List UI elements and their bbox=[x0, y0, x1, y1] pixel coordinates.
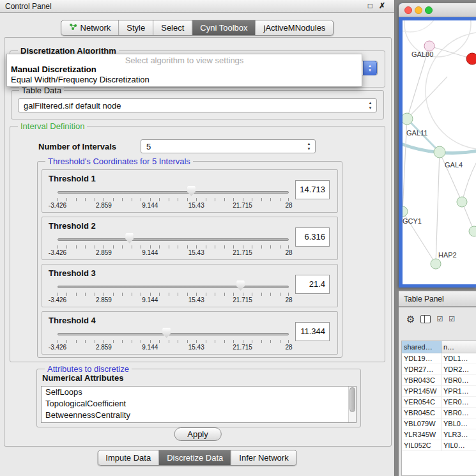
column-header-shared-name[interactable]: shared… bbox=[402, 341, 441, 353]
select-columns-icon[interactable]: ☑ bbox=[436, 315, 443, 323]
float-window-icon[interactable]: □ bbox=[368, 1, 372, 10]
gear-icon[interactable]: ⚙ bbox=[406, 314, 415, 324]
node-gcy1[interactable] bbox=[403, 206, 408, 217]
table-cell[interactable]: YPR145W bbox=[402, 386, 441, 397]
node-gal4[interactable] bbox=[434, 146, 445, 158]
list-item[interactable]: TopologicalCoefficient bbox=[42, 398, 356, 410]
table-row[interactable]: YDL19… YDL1… bbox=[402, 353, 476, 364]
table-row[interactable]: YBR045C YBR0… bbox=[402, 408, 476, 418]
slider-thumb[interactable] bbox=[125, 233, 134, 243]
scrollbar-thumb[interactable] bbox=[349, 387, 355, 412]
attributes-to-discretize-group: Attributes to discretize Numerical Attri… bbox=[36, 369, 361, 427]
list-item[interactable]: SelfLoops bbox=[42, 387, 356, 398]
tab-impute-data[interactable]: Impute Data bbox=[98, 450, 158, 465]
threshold-4-slider[interactable] bbox=[58, 330, 289, 339]
threshold-1-slider[interactable] bbox=[58, 188, 289, 197]
popup-option-equal-width-frequency[interactable]: Equal Width/Frequency Discretization bbox=[7, 75, 362, 85]
column-header-name[interactable]: n… bbox=[441, 341, 476, 353]
table-row[interactable]: YBR043C YBR0… bbox=[402, 375, 476, 386]
apply-button[interactable]: Apply bbox=[174, 427, 222, 441]
slider-track[interactable] bbox=[58, 286, 289, 288]
table-cell[interactable]: YDL1… bbox=[441, 353, 476, 364]
table-cell[interactable]: YBR043C bbox=[402, 375, 441, 386]
table-row[interactable]: YER054C YER0… bbox=[402, 397, 476, 408]
list-scrollbar[interactable] bbox=[348, 387, 356, 422]
table-cell[interactable]: YER0… bbox=[441, 397, 476, 408]
slider-track[interactable] bbox=[58, 191, 289, 194]
node-hap2[interactable] bbox=[431, 259, 441, 269]
tick-label: 21.715 bbox=[233, 344, 252, 351]
combo-stepper-icon[interactable]: ▲▼ bbox=[363, 61, 377, 75]
list-item[interactable]: BetweennessCentrality bbox=[42, 410, 356, 421]
window-title: Control Panel bbox=[5, 2, 52, 11]
columns-icon[interactable] bbox=[420, 315, 431, 323]
slider-thumb[interactable] bbox=[162, 328, 171, 338]
node-red-selected[interactable] bbox=[466, 53, 476, 65]
threshold-4-value-field[interactable]: 11.344 bbox=[295, 322, 330, 341]
table-cell[interactable]: YPR1… bbox=[441, 386, 476, 397]
table-cell[interactable]: YBR045C bbox=[402, 408, 441, 418]
close-traffic-icon[interactable] bbox=[404, 6, 412, 14]
table-cell[interactable]: YDR2… bbox=[441, 364, 476, 375]
tab-select[interactable]: Select bbox=[153, 20, 192, 35]
slider-thumb[interactable] bbox=[236, 280, 245, 291]
tab-network[interactable]: Network bbox=[61, 20, 119, 35]
table-cell[interactable]: YDR27… bbox=[402, 364, 441, 375]
node-unlabeled[interactable] bbox=[457, 197, 467, 207]
table-cell[interactable]: YLR345W bbox=[402, 429, 441, 440]
node-gal11[interactable] bbox=[403, 113, 413, 125]
close-window-icon[interactable]: ✗ bbox=[379, 1, 385, 10]
numerical-attributes-label: Numerical Attributes bbox=[42, 373, 123, 383]
tab-infer-network[interactable]: Infer Network bbox=[231, 450, 296, 465]
popup-option-manual-discretization[interactable]: Manual Discretization bbox=[7, 65, 362, 75]
threshold-3-value-field[interactable]: 21.4 bbox=[295, 275, 330, 294]
node-label-gal11: GAL11 bbox=[406, 129, 427, 137]
threshold-label: Threshold 2 bbox=[49, 221, 96, 231]
threshold-2-box: Threshold 2 -3.426 2.859 9.144 15.43 21.… bbox=[42, 217, 338, 260]
table-cell[interactable]: YBL079W bbox=[402, 418, 441, 429]
table-cell[interactable]: YBR0… bbox=[441, 408, 476, 418]
slider-track[interactable] bbox=[58, 333, 289, 335]
select-all-icon[interactable]: ☑ bbox=[449, 315, 455, 323]
table-cell[interactable]: YDL19… bbox=[402, 353, 441, 364]
network-window-titlebar[interactable] bbox=[399, 3, 476, 17]
node-label-gal4: GAL4 bbox=[445, 161, 463, 169]
minimize-traffic-icon[interactable] bbox=[415, 6, 422, 14]
table-row[interactable]: YPR145W YPR1… bbox=[402, 386, 476, 397]
tab-jactivemnodules[interactable]: jActiveMNodules bbox=[256, 20, 334, 35]
tab-style[interactable]: Style bbox=[118, 20, 153, 35]
threshold-2-value-field[interactable]: 6.316 bbox=[295, 227, 330, 247]
table-row[interactable]: YDR27… YDR2… bbox=[402, 364, 476, 375]
slider-track[interactable] bbox=[58, 238, 289, 241]
zoom-traffic-icon[interactable] bbox=[425, 6, 433, 14]
node-unlabeled[interactable] bbox=[469, 226, 476, 236]
tab-discretize-data[interactable]: Discretize Data bbox=[158, 450, 231, 465]
stepper-icon[interactable]: ▲▼ bbox=[305, 141, 312, 151]
table-cell[interactable]: YIL052C bbox=[402, 440, 441, 451]
tab-cyni-toolbox[interactable]: Cyni Toolbox bbox=[192, 20, 255, 35]
popup-placeholder: Select algorithm to view settings bbox=[7, 54, 362, 65]
table-cell[interactable]: YBR0… bbox=[441, 375, 476, 386]
slider-thumb[interactable] bbox=[187, 186, 196, 196]
network-canvas[interactable]: GAL80 GAL11 GAL4 GCY1 HAP2 bbox=[403, 20, 476, 284]
threshold-2-slider[interactable] bbox=[58, 235, 289, 244]
table-cell[interactable]: YIL0… bbox=[441, 440, 476, 451]
numerical-attributes-list[interactable]: SelfLoops TopologicalCoefficient Between… bbox=[41, 386, 357, 423]
table-row[interactable]: YBL079W YBL0… bbox=[402, 418, 476, 429]
table-cell[interactable]: YBL0… bbox=[441, 418, 476, 429]
table-row[interactable]: YIL052C YIL0… bbox=[402, 440, 476, 451]
table-panel-titlebar[interactable]: Table Panel bbox=[399, 291, 476, 307]
control-panel-titlebar[interactable]: Control Panel □ ✗ bbox=[0, 0, 394, 13]
threshold-3-slider[interactable] bbox=[58, 282, 289, 291]
node-gal80[interactable] bbox=[424, 41, 434, 51]
tick-label: -3.426 bbox=[49, 344, 66, 351]
table-row[interactable]: YLR345W YLR3… bbox=[402, 429, 476, 440]
num-intervals-combobox[interactable]: 5 ▲▼ bbox=[141, 139, 316, 153]
network-nodes[interactable] bbox=[403, 41, 476, 269]
slider-tick-labels: -3.426 2.859 9.144 15.43 21.715 28 bbox=[58, 344, 289, 351]
table-cell[interactable]: YER054C bbox=[402, 397, 441, 408]
stepper-icon[interactable]: ▲▼ bbox=[367, 100, 374, 111]
threshold-1-value-field[interactable]: 14.713 bbox=[295, 180, 330, 199]
table-cell[interactable]: YLR3… bbox=[441, 429, 476, 440]
table-data-combobox[interactable]: galFiltered.sif default node ▲▼ bbox=[18, 98, 377, 112]
